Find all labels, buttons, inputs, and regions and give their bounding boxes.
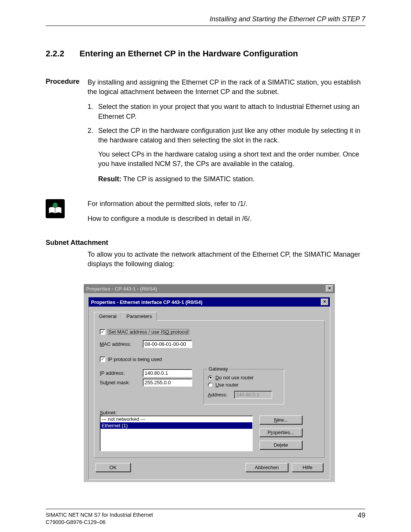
footer-line1: SIMATIC NET NCM S7 for Industrial Ethern…: [46, 511, 153, 518]
help-button[interactable]: Hilfe: [292, 463, 323, 472]
procedure-intro: By installing and assigning the Ethernet…: [88, 78, 365, 97]
subnet-mask-input[interactable]: 255.255.0.0: [143, 379, 192, 387]
section-title: Entering an Ethernet CP in the Hardware …: [80, 49, 298, 59]
ip-address-input[interactable]: 140.80.0.1: [143, 369, 192, 377]
gateway-address-input: 140.80.0.1: [234, 391, 272, 399]
set-mac-checkbox[interactable]: ✓: [100, 329, 105, 335]
list-item[interactable]: --- not networked ---: [100, 416, 252, 422]
inner-title-text: Properties - Ethernet interface CP 443-1…: [91, 299, 202, 305]
procedure-result: Result: The CP is assigned to the SIMATI…: [98, 174, 365, 184]
ip-used-label: IP protocol is being used: [108, 356, 162, 362]
page-number: 49: [358, 511, 365, 525]
reader-icon: [46, 199, 84, 218]
procedure-ref-1: For information about the permitted slot…: [88, 199, 365, 209]
close-icon[interactable]: ×: [326, 285, 333, 292]
section-heading: 2.2.2 Entering an Ethernet CP in the Har…: [46, 49, 365, 59]
procedure-label: Procedure: [46, 78, 84, 189]
list-item[interactable]: Ethernet (1): [100, 422, 252, 429]
inner-titlebar[interactable]: Properties - Ethernet interface CP 443-1…: [89, 297, 330, 307]
tab-parameters[interactable]: Parameters: [121, 312, 157, 321]
subnet-intro: To allow you to activate the network att…: [88, 250, 365, 269]
gateway-address-label: Address:: [208, 392, 227, 398]
subnet-attachment-label: Subnet Attachment: [46, 239, 365, 247]
subnet-listbox[interactable]: --- not networked --- Ethernet (1): [100, 415, 253, 451]
procedure-step-1: 1. Select the station in your project th…: [88, 102, 365, 121]
no-router-radio[interactable]: [208, 375, 213, 380]
tab-general[interactable]: General: [94, 312, 121, 321]
gateway-title: Gateway: [207, 366, 229, 372]
subnet-mask-label: Subnet mask:: [100, 380, 136, 385]
properties-button[interactable]: Properties...: [260, 428, 302, 437]
procedure-ref-2: How to configure a module is described i…: [88, 214, 365, 224]
use-router-radio[interactable]: [208, 382, 213, 388]
page-footer: SIMATIC NET NCM S7 for Industrial Ethern…: [46, 509, 365, 525]
ip-address-label: IP address:: [100, 370, 136, 376]
properties-dialog-outer: Properties - CP 443-1 - (R0/S4) × Proper…: [84, 284, 335, 482]
procedure-step-2b: You select CPs in the hardware catalog u…: [98, 150, 365, 169]
parameters-panel: ✓ Set MAC address / use ISO protocol MAC…: [94, 320, 325, 458]
ip-used-checkbox[interactable]: ✓: [100, 356, 105, 362]
ok-button[interactable]: OK: [96, 463, 131, 472]
set-mac-label: Set MAC address / use ISO protocol: [108, 329, 189, 335]
no-router-label: Do not use router: [215, 375, 253, 380]
outer-title-text: Properties - CP 443-1 - (R0/S4): [86, 286, 157, 292]
running-header: Installing and Starting the Ethernet CP …: [46, 15, 365, 26]
mac-address-input[interactable]: 08-00-06-01-00-00: [143, 340, 192, 348]
outer-titlebar[interactable]: Properties - CP 443-1 - (R0/S4) ×: [84, 284, 335, 293]
mac-address-label: MAC address:: [100, 341, 136, 347]
use-router-label: Use router: [215, 382, 239, 388]
gateway-groupbox: Gateway Do not use router: [204, 369, 284, 404]
cancel-button[interactable]: Abbrechen: [245, 463, 288, 472]
subnet-list-label: Subnet:: [100, 410, 319, 415]
new-button[interactable]: New...: [260, 415, 302, 424]
footer-line2: C79000-G8976-C129–06: [46, 519, 153, 526]
section-number: 2.2.2: [46, 49, 64, 59]
procedure-step-2: 2. Select the CP in the hardware configu…: [88, 126, 365, 145]
close-icon[interactable]: ×: [321, 299, 328, 305]
delete-button[interactable]: Delete: [260, 441, 302, 449]
